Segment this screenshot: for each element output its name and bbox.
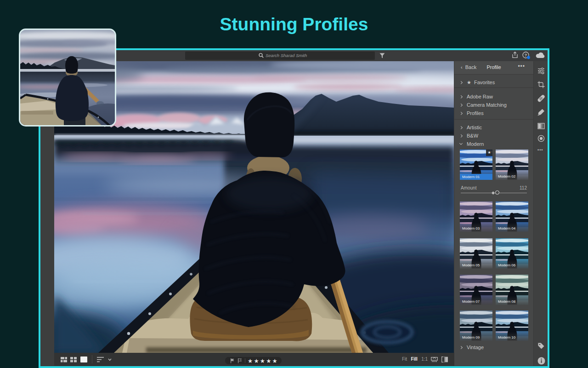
svg-text:?: ? <box>525 53 527 58</box>
